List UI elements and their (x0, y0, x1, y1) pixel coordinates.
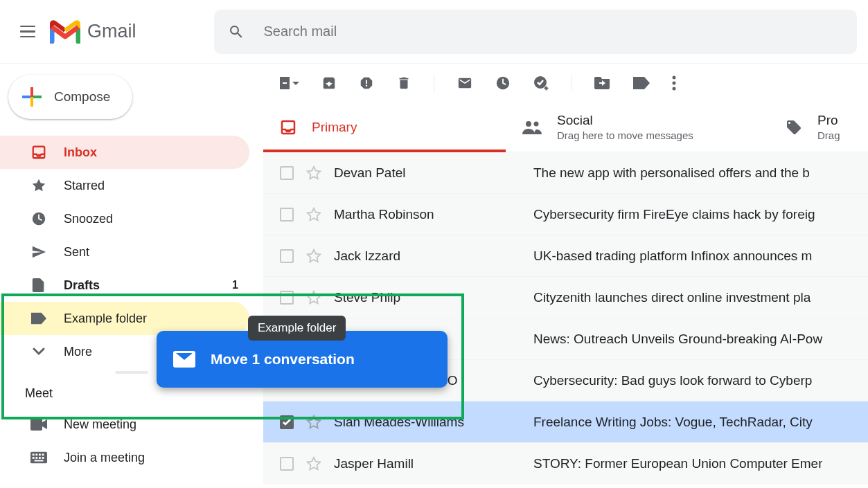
svg-rect-6 (39, 453, 41, 455)
chevron-down-icon (30, 347, 47, 356)
star-icon[interactable] (306, 207, 321, 222)
draft-icon (30, 278, 47, 293)
sidebar-item-label: Starred (64, 179, 105, 193)
compose-button[interactable]: Compose (8, 75, 132, 119)
sidebar-item-label: Inbox (64, 145, 97, 160)
labels-icon[interactable] (633, 77, 650, 89)
email-sender: Jasper Hamill (334, 456, 521, 471)
sidebar: Compose Inbox Starred Snoozed Sent Draft… (0, 64, 263, 488)
sidebar-item-inbox[interactable]: Inbox (0, 136, 249, 169)
label-icon (30, 312, 47, 325)
svg-rect-7 (42, 453, 44, 455)
svg-rect-9 (35, 457, 37, 459)
email-row[interactable]: Martha Robinson Cybersecurity firm FireE… (263, 194, 868, 235)
tab-label: Social (557, 113, 693, 128)
svg-point-19 (526, 121, 531, 127)
email-subject: STORY: Former European Union Computer Em… (533, 456, 822, 471)
mail-icon (173, 351, 195, 368)
email-row[interactable]: Steve Philp Cityzenith launches direct o… (263, 277, 868, 318)
tab-label: Primary (312, 120, 357, 135)
email-list: Devan Patel The new app with personalise… (263, 152, 868, 485)
email-checkbox[interactable] (280, 208, 294, 222)
email-sender: Devan Patel (334, 165, 521, 181)
sidebar-item-drafts[interactable]: Drafts 1 (0, 269, 249, 302)
email-checkbox[interactable] (280, 166, 294, 180)
gmail-logo[interactable]: Gmail (50, 20, 136, 44)
inbox-icon (30, 145, 47, 160)
email-subject: Freelance Writing Jobs: Vogue, TechRadar… (533, 415, 813, 430)
star-icon[interactable] (306, 290, 321, 305)
sidebar-item-label: Drafts (64, 278, 100, 293)
snooze-icon[interactable] (495, 75, 511, 91)
archive-icon[interactable] (321, 75, 337, 91)
tab-primary[interactable]: Primary (263, 102, 506, 152)
star-icon[interactable] (306, 415, 321, 430)
search-input[interactable] (264, 24, 843, 39)
search-bar[interactable] (214, 10, 857, 54)
tab-promotions[interactable]: Pro Drag (769, 102, 868, 152)
gmail-m-icon (50, 20, 80, 44)
star-icon[interactable] (306, 248, 321, 264)
category-tabs: Primary Social Drag here to move message… (263, 102, 868, 152)
email-sender: Sian Meades-Williams (334, 415, 521, 430)
move-to-icon[interactable] (594, 76, 611, 90)
email-subject: Cybersecurity firm FireEye claims hack b… (533, 207, 815, 222)
inbox-icon (280, 119, 296, 136)
sidebar-item-sent[interactable]: Sent (0, 235, 249, 269)
svg-rect-11 (42, 457, 44, 459)
svg-rect-2 (30, 418, 42, 431)
sidebar-item-starred[interactable]: Starred (0, 169, 249, 202)
drag-tooltip: Example folder (248, 316, 346, 341)
more-icon[interactable] (672, 75, 676, 91)
separator (572, 75, 572, 91)
select-all-checkbox[interactable] (280, 76, 299, 90)
sidebar-item-label: Join a meeting (64, 451, 145, 465)
keyboard-icon (30, 451, 47, 464)
sidebar-item-example-folder[interactable]: Example folder (0, 302, 249, 335)
tab-subtitle: Drag here to move messages (557, 129, 693, 141)
email-subject: The new app with personalised offers and… (533, 165, 810, 181)
people-icon (522, 120, 542, 134)
mark-unread-icon[interactable] (457, 75, 473, 91)
drafts-count: 1 (232, 279, 238, 291)
svg-point-17 (673, 87, 676, 91)
star-icon[interactable] (306, 165, 321, 181)
gmail-text: Gmail (87, 21, 136, 42)
svg-rect-12 (35, 460, 44, 462)
sidebar-item-label: Snoozed (64, 212, 113, 226)
main-content: Primary Social Drag here to move message… (263, 64, 868, 488)
meet-new-meeting[interactable]: New meeting (0, 408, 249, 441)
email-sender: Jack Izzard (334, 248, 521, 264)
compose-label: Compose (54, 89, 110, 105)
svg-rect-10 (39, 457, 41, 459)
spam-icon[interactable] (359, 75, 374, 91)
sidebar-item-snoozed[interactable]: Snoozed (0, 202, 249, 235)
star-icon[interactable] (306, 456, 321, 471)
tag-icon (786, 119, 802, 136)
email-row[interactable]: Jasper Hamill STORY: Former European Uni… (263, 443, 868, 485)
tab-label: Pro (817, 113, 840, 128)
main-menu-button[interactable] (11, 15, 44, 48)
svg-rect-8 (33, 457, 35, 459)
sidebar-item-label: New meeting (64, 417, 136, 432)
email-subject: Cityzenith launches direct online invest… (533, 290, 811, 305)
email-toolbar (263, 64, 868, 102)
add-task-icon[interactable] (533, 75, 549, 91)
delete-icon[interactable] (396, 75, 411, 91)
email-row[interactable]: Jack Izzard UK-based trading platform In… (263, 235, 868, 277)
email-row[interactable]: Sian Meades-Williams Freelance Writing J… (263, 401, 868, 443)
send-icon (30, 244, 47, 260)
meet-join-meeting[interactable]: Join a meeting (0, 441, 249, 474)
star-icon (30, 178, 47, 193)
clock-icon (30, 211, 47, 226)
drag-overlay-text: Move 1 conversation (211, 351, 355, 368)
email-subject: News: Outreach Unveils Ground-breaking A… (533, 332, 822, 347)
email-checkbox[interactable] (280, 291, 294, 305)
email-checkbox[interactable] (280, 249, 294, 263)
email-checkbox[interactable] (280, 457, 294, 471)
email-checkbox[interactable] (280, 415, 294, 429)
search-icon (228, 24, 245, 40)
tab-social[interactable]: Social Drag here to move messages (506, 102, 769, 152)
svg-point-15 (673, 76, 676, 80)
email-row[interactable]: Devan Patel The new app with personalise… (263, 152, 868, 194)
